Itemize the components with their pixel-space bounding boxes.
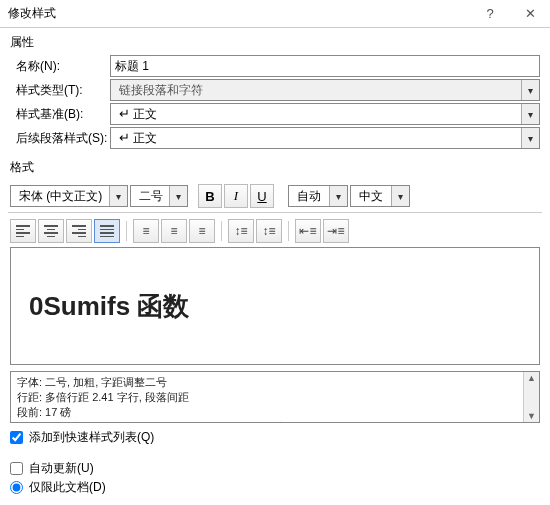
preview-pane: 0Sumifs 函数 [10,247,540,365]
chevron-down-icon: ▾ [521,80,539,100]
format-section: 格式 [0,153,550,182]
scroll-up-icon[interactable]: ▲ [527,372,536,384]
window-title: 修改样式 [8,5,470,22]
section-label-properties: 属性 [10,34,540,51]
font-toolbar: 宋体 (中文正文) ▾ 二号 ▾ B I U 自动 ▾ 中文 ▾ [0,182,550,210]
preview-text: 0Sumifs 函数 [29,289,189,324]
desc-line: 字体: 二号, 加粗, 字距调整二号 [17,375,533,390]
auto-update-checkbox[interactable]: 自动更新(U) [10,460,540,477]
separator [288,221,289,241]
indent-dec-button[interactable]: ⇤≡ [295,219,321,243]
style-type-value: 链接段落和字符 [115,82,203,99]
chevron-down-icon[interactable]: ▾ [109,186,127,206]
lang-value: 中文 [355,188,383,205]
chevron-down-icon[interactable]: ▾ [391,186,409,206]
align-right-button[interactable] [66,219,92,243]
add-quick-input[interactable] [10,431,23,444]
separator [221,221,222,241]
description-box: 字体: 二号, 加粗, 字距调整二号 行距: 多倍行距 2.41 字行, 段落间… [10,371,540,423]
color-value: 自动 [293,188,321,205]
close-button[interactable]: ✕ [510,0,550,28]
linespace-1-button[interactable]: ≡ [133,219,159,243]
indent-inc-button[interactable]: ⇥≡ [323,219,349,243]
color-combo[interactable]: 自动 ▾ [288,185,348,207]
window-buttons: ? ✕ [470,0,550,28]
properties-section: 属性 名称(N): 样式类型(T): 链接段落和字符 ▾ 样式基准(B): ↵正… [0,28,550,153]
options-area: 添加到快速样式列表(Q) 自动更新(U) 仅限此文档(D) 基于该模板的新文档 [0,427,550,505]
following-style-combo[interactable]: ↵正文 ▾ [110,127,540,149]
auto-update-input[interactable] [10,462,23,475]
desc-line: 行距: 多倍行距 2.41 字行, 段落间距 [17,390,533,405]
scroll-down-icon[interactable]: ▼ [527,410,536,422]
lang-combo[interactable]: 中文 ▾ [350,185,410,207]
separator [126,221,127,241]
label-style-type: 样式类型(T): [10,82,110,99]
divider [8,212,542,213]
size-value: 二号 [135,188,163,205]
add-quick-checkbox[interactable]: 添加到快速样式列表(Q) [10,429,540,446]
chevron-down-icon[interactable]: ▾ [521,104,539,124]
underline-button[interactable]: U [250,184,274,208]
chevron-down-icon[interactable]: ▾ [329,186,347,206]
font-value: 宋体 (中文正文) [15,188,102,205]
reset-icon: ↵ [119,130,130,145]
space-before-inc-button[interactable]: ↕≡ [228,219,254,243]
following-style-value: 正文 [133,131,157,145]
reset-icon: ↵ [119,106,130,121]
size-combo[interactable]: 二号 ▾ [130,185,188,207]
help-button[interactable]: ? [470,0,510,28]
chevron-down-icon[interactable]: ▾ [169,186,187,206]
bold-button[interactable]: B [198,184,222,208]
linespace-2-button[interactable]: ≡ [189,219,215,243]
align-justify-button[interactable] [94,219,120,243]
italic-button[interactable]: I [224,184,248,208]
desc-line: 段前: 17 磅 [17,405,533,420]
align-left-button[interactable] [10,219,36,243]
style-based-on-combo[interactable]: ↵正文 ▾ [110,103,540,125]
desc-scrollbar[interactable]: ▲ ▼ [523,372,539,422]
only-doc-radio[interactable]: 仅限此文档(D) [10,479,540,496]
desc-line: 段后: 16.5 磅, 与下段同页, 段中不分页, 1 级, 样式: 链接, 快… [17,420,533,423]
section-label-format: 格式 [10,159,540,176]
linespace-15-button[interactable]: ≡ [161,219,187,243]
label-name: 名称(N): [10,58,110,75]
space-before-dec-button[interactable]: ↕≡ [256,219,282,243]
label-style-based-on: 样式基准(B): [10,106,110,123]
align-center-button[interactable] [38,219,64,243]
label-following-style: 后续段落样式(S): [10,130,110,147]
only-doc-input[interactable] [10,481,23,494]
titlebar: 修改样式 ? ✕ [0,0,550,28]
style-type-combo: 链接段落和字符 ▾ [110,79,540,101]
font-combo[interactable]: 宋体 (中文正文) ▾ [10,185,128,207]
style-based-on-value: 正文 [133,107,157,121]
name-input[interactable] [110,55,540,77]
chevron-down-icon[interactable]: ▾ [521,128,539,148]
paragraph-toolbar: ≡ ≡ ≡ ↕≡ ↕≡ ⇤≡ ⇥≡ [0,215,550,247]
